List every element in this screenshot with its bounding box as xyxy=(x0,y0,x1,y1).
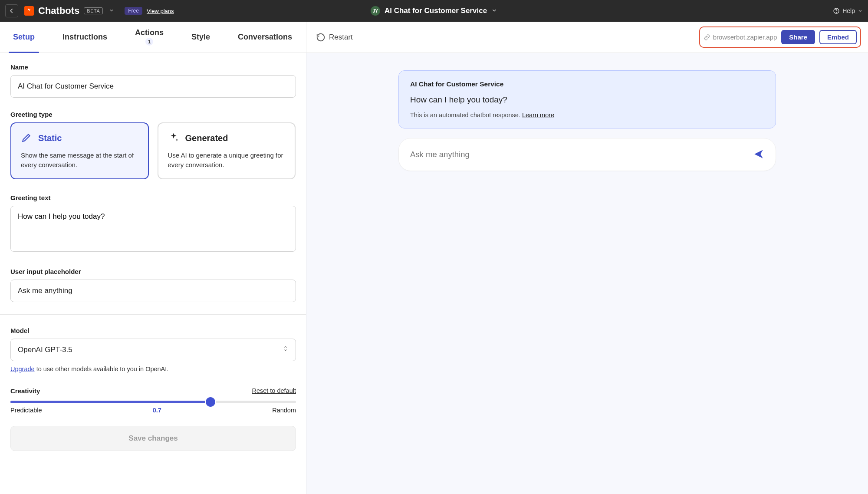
help-menu[interactable]: Help xyxy=(833,7,863,14)
beta-badge: BETA xyxy=(84,7,103,14)
save-changes-button[interactable]: Save changes xyxy=(10,426,296,451)
send-button[interactable] xyxy=(753,148,764,161)
tab-setup-label: Setup xyxy=(13,33,35,42)
link-icon xyxy=(704,34,710,41)
chevron-down-icon xyxy=(858,8,863,13)
placeholder-label: User input placeholder xyxy=(10,268,296,275)
share-button[interactable]: Share xyxy=(781,30,815,44)
chat-message-card: AI Chat for Customer Service How can I h… xyxy=(398,70,776,128)
tab-actions[interactable]: Actions 1 xyxy=(131,22,168,53)
document-title[interactable]: AI Chat for Customer Service xyxy=(385,7,487,15)
placeholder-input[interactable] xyxy=(10,280,296,302)
tab-style-label: Style xyxy=(191,33,210,42)
model-upgrade-note: Upgrade to use other models available to… xyxy=(10,366,296,372)
tab-conversations-label: Conversations xyxy=(238,33,292,42)
preview-bot-name: AI Chat for Customer Service xyxy=(410,80,764,88)
editor-tabs: Setup Instructions Actions 1 Style Conve… xyxy=(0,22,306,53)
share-group: browserbot.zapier.app Share Embed xyxy=(699,26,861,48)
chat-input-bar[interactable] xyxy=(398,138,776,171)
chat-text-input[interactable] xyxy=(410,150,753,159)
greeting-static-title: Static xyxy=(38,133,62,143)
preview-greeting: How can I help you today? xyxy=(410,95,764,105)
plan-chip: Free xyxy=(125,7,142,15)
tab-conversations[interactable]: Conversations xyxy=(233,22,296,53)
tab-style[interactable]: Style xyxy=(187,22,214,53)
learn-more-link[interactable]: Learn more xyxy=(522,112,554,119)
avatar: JY xyxy=(371,6,380,16)
send-icon xyxy=(753,148,764,160)
updown-icon xyxy=(283,345,289,355)
divider xyxy=(0,314,306,315)
preview-footnote-text: This is an automated chatbot response. xyxy=(410,112,522,119)
model-label: Model xyxy=(10,327,296,334)
tab-instructions-label: Instructions xyxy=(62,33,107,42)
pencil-icon xyxy=(21,132,32,145)
upgrade-note-rest: to use other models available to you in … xyxy=(35,366,169,372)
greeting-type-label: Greeting type xyxy=(10,111,296,118)
slider-thumb[interactable] xyxy=(206,397,215,407)
greeting-type-static[interactable]: Static Show the same message at the star… xyxy=(10,122,149,179)
slider-max-label: Random xyxy=(272,407,296,414)
tab-setup[interactable]: Setup xyxy=(9,22,39,53)
help-icon xyxy=(833,7,840,14)
restart-label: Restart xyxy=(329,33,353,42)
embed-button[interactable]: Embed xyxy=(819,30,857,44)
creativity-slider[interactable]: Predictable 0.7 Random xyxy=(10,401,296,414)
greeting-generated-title: Generated xyxy=(185,133,228,143)
model-select-value: OpenAI GPT-3.5 xyxy=(18,346,72,354)
zapier-logo-icon xyxy=(24,6,34,16)
arrow-left-icon xyxy=(9,8,15,14)
greeting-text-label: Greeting text xyxy=(10,194,296,201)
bot-url-text: browserbot.zapier.app xyxy=(713,33,777,41)
greeting-generated-desc: Use AI to generate a unique greeting for… xyxy=(168,151,286,170)
view-plans-link[interactable]: View plans xyxy=(147,8,174,14)
tab-actions-label: Actions xyxy=(135,29,164,37)
actions-count-badge: 1 xyxy=(145,38,153,46)
chevron-down-icon[interactable] xyxy=(491,7,497,15)
model-select[interactable]: OpenAI GPT-3.5 xyxy=(10,339,296,361)
name-input[interactable] xyxy=(10,75,296,98)
restart-button[interactable]: Restart xyxy=(316,33,353,42)
name-label: Name xyxy=(10,63,296,71)
slider-min-label: Predictable xyxy=(10,407,42,414)
greeting-text-input[interactable] xyxy=(10,206,296,252)
creativity-label: Creativity xyxy=(10,387,40,395)
tab-instructions[interactable]: Instructions xyxy=(58,22,112,53)
setup-form: Name Greeting type Static Show the same … xyxy=(0,53,306,494)
upgrade-link[interactable]: Upgrade xyxy=(10,366,35,372)
bot-url[interactable]: browserbot.zapier.app xyxy=(704,33,777,41)
chatbot-preview: AI Chat for Customer Service How can I h… xyxy=(306,53,868,494)
greeting-static-desc: Show the same message at the start of ev… xyxy=(21,151,138,170)
restart-icon xyxy=(316,33,326,42)
help-label: Help xyxy=(842,7,855,14)
greeting-type-generated[interactable]: Generated Use AI to generate a unique gr… xyxy=(158,122,296,179)
back-button[interactable] xyxy=(5,4,18,17)
reset-to-default-link[interactable]: Reset to default xyxy=(252,387,296,394)
chevron-down-icon[interactable] xyxy=(109,7,114,14)
slider-value: 0.7 xyxy=(153,407,161,414)
brand-name: Chatbots xyxy=(38,5,79,16)
sparkle-icon xyxy=(168,132,179,145)
svg-point-1 xyxy=(836,12,837,13)
